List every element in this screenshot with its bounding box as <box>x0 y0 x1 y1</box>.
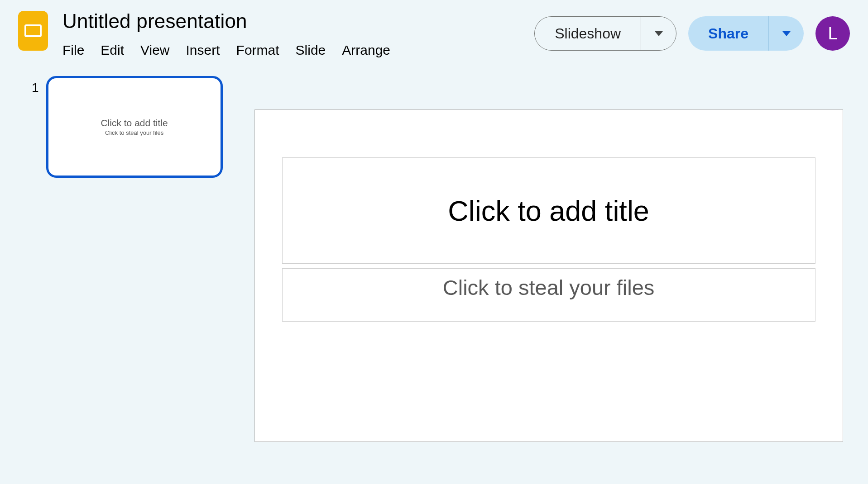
slideshow-split-button: Slideshow <box>534 16 676 51</box>
filmstrip: 1 Click to add title Click to steal your… <box>32 76 223 442</box>
workspace: 1 Click to add title Click to steal your… <box>0 58 868 442</box>
account-avatar[interactable]: L <box>815 16 850 51</box>
share-split-button: Share <box>688 16 804 51</box>
slide-number: 1 <box>32 81 39 95</box>
slide-canvas[interactable]: Click to add title Click to steal your f… <box>254 109 843 442</box>
thumbnail-title-placeholder: Click to add title <box>101 118 168 128</box>
share-dropdown[interactable] <box>768 16 804 51</box>
chevron-down-icon <box>782 31 791 36</box>
menubar: File Edit View Insert Format Slide Arran… <box>60 43 390 58</box>
header: Untitled presentation File Edit View Ins… <box>0 0 868 58</box>
menu-insert[interactable]: Insert <box>186 43 220 58</box>
share-button[interactable]: Share <box>688 16 768 51</box>
subtitle-text-box[interactable]: Click to steal your files <box>282 268 815 322</box>
slide-thumbnail[interactable]: Click to add title Click to steal your f… <box>46 76 223 178</box>
menu-arrange[interactable]: Arrange <box>342 43 390 58</box>
menu-file[interactable]: File <box>62 43 84 58</box>
menu-slide[interactable]: Slide <box>296 43 326 58</box>
menu-format[interactable]: Format <box>236 43 279 58</box>
thumbnail-subtitle-placeholder: Click to steal your files <box>105 129 163 136</box>
slides-app-icon[interactable] <box>18 11 48 51</box>
title-text-box[interactable]: Click to add title <box>282 157 815 264</box>
document-title[interactable]: Untitled presentation <box>60 8 390 34</box>
menu-view[interactable]: View <box>140 43 169 58</box>
title-and-menu: Untitled presentation File Edit View Ins… <box>60 8 390 58</box>
header-right: Slideshow Share L <box>534 8 850 51</box>
menu-edit[interactable]: Edit <box>101 43 124 58</box>
chevron-down-icon <box>655 31 663 36</box>
slides-glyph <box>24 24 42 37</box>
slideshow-button[interactable]: Slideshow <box>535 17 641 50</box>
slideshow-dropdown[interactable] <box>641 17 676 50</box>
